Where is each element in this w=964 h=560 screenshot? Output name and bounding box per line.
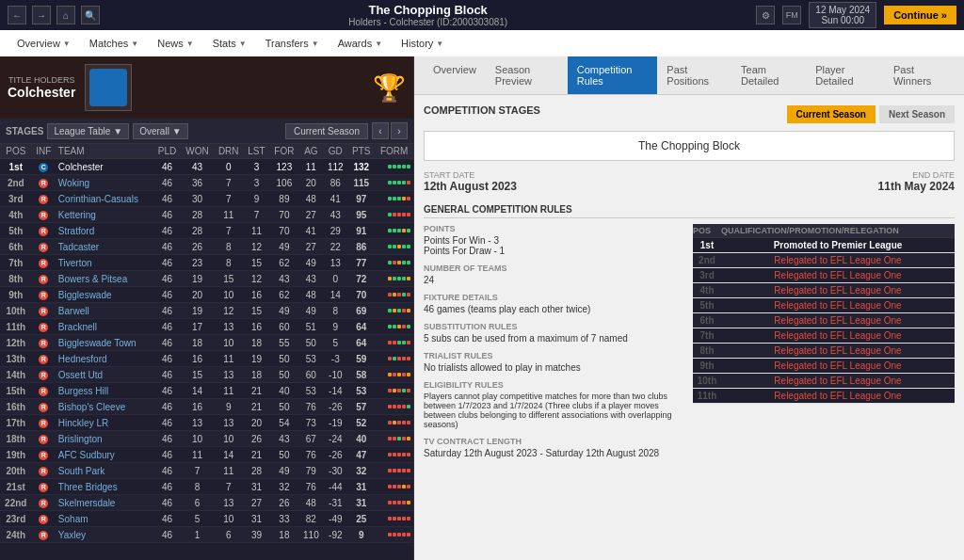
tab-team-detailed[interactable]: Team Detailed	[731, 56, 806, 94]
team-name-text: Colchester	[58, 162, 104, 172]
right-panel: Overview Season Preview Competition Rule…	[414, 56, 964, 560]
table-row[interactable]: 5th R Stratford 46 28 7 11 70 41 29 91	[0, 223, 413, 239]
cell-inf: R	[32, 303, 56, 319]
prev-arrow[interactable]: ‹	[372, 122, 389, 139]
form-dot	[393, 229, 396, 232]
cell-inf: R	[32, 399, 56, 415]
cell-for: 106	[269, 175, 298, 191]
cell-ag: 50	[298, 335, 323, 351]
form-dot	[388, 277, 392, 280]
table-row[interactable]: 2nd R Woking 46 36 7 3 106 20 86 115	[0, 175, 413, 191]
tab-past-positions[interactable]: Past Positions	[657, 56, 731, 94]
cell-gd: 14	[323, 287, 347, 303]
cell-for: 43	[269, 271, 298, 287]
nav-stats[interactable]: Stats ▼	[203, 30, 256, 56]
next-season-btn[interactable]: Next Season	[879, 105, 955, 123]
cell-pos: 4th	[0, 207, 32, 223]
trialist-block: TRIALIST RULES No trialists allowed to p…	[424, 351, 685, 373]
table-row[interactable]: 20th R South Park 46 7 11 28 49 79 -30 3…	[0, 463, 413, 479]
team-name-text: Kettering	[58, 210, 96, 220]
th-won: WON	[181, 144, 214, 159]
cell-for: 26	[269, 495, 298, 511]
qual-pos-cell: 2nd	[693, 253, 721, 268]
qual-text-cell: Relegated to EFL League One	[721, 374, 955, 389]
cell-won: 16	[181, 351, 214, 367]
num-teams-title: NUMBER OF TEAMS	[424, 264, 685, 273]
table-row[interactable]: 19th R AFC Sudbury 46 11 14 21 50 76 -26…	[0, 447, 413, 463]
table-row[interactable]: 14th R Ossett Utd 46 15 13 18 50 60 -10 …	[0, 367, 413, 383]
cell-team: Woking	[56, 175, 153, 191]
date-text: 12 May 2024	[815, 5, 870, 15]
th-drn: DRN	[214, 144, 244, 159]
cell-form	[375, 303, 413, 319]
cell-drn: 13	[214, 495, 244, 511]
team-name-text: Ossett Utd	[58, 370, 103, 380]
cell-drn: 8	[214, 239, 244, 255]
nav-history[interactable]: History ▼	[392, 30, 453, 56]
nav-overview[interactable]: Overview ▼	[8, 30, 80, 56]
table-row[interactable]: 10th R Barwell 46 19 12 15 49 49 8 69	[0, 303, 413, 319]
forward-btn[interactable]: →	[32, 6, 51, 24]
nav-awards[interactable]: Awards ▼	[329, 30, 392, 56]
nav-matches[interactable]: Matches ▼	[80, 30, 149, 56]
cell-ag: 43	[298, 271, 323, 287]
table-row[interactable]: 17th R Hinckley LR 46 13 13 20 54 73 -19…	[0, 415, 413, 431]
stages-label: STAGES	[6, 126, 43, 136]
nav-transfers[interactable]: Transfers ▼	[256, 30, 329, 56]
main-layout: TITLE HOLDERS Colchester 🏆 STAGES League…	[0, 56, 964, 560]
end-date-value: 11th May 2024	[878, 180, 955, 193]
table-row[interactable]: 16th R Bishop's Cleeve 46 16 9 21 50 76 …	[0, 399, 413, 415]
current-season-btn[interactable]: Current Season	[787, 105, 876, 123]
next-arrow[interactable]: ›	[391, 122, 408, 139]
table-row[interactable]: 15th R Burgess Hill 46 14 11 21 40 53 -1…	[0, 383, 413, 399]
table-row[interactable]: 24th R Yaxley 46 1 6 39 18 110 -92 9	[0, 527, 413, 543]
table-row[interactable]: 9th R Biggleswade 46 20 10 16 62 48 14 7…	[0, 287, 413, 303]
cell-team: Bowers & Pitsea	[56, 271, 153, 287]
table-row[interactable]: 3rd R Corinthian-Casuals 46 30 7 9 89 48…	[0, 191, 413, 207]
cell-pts: 59	[347, 351, 375, 367]
cell-pos: 10th	[0, 303, 32, 319]
cell-pos: 13th	[0, 351, 32, 367]
table-row[interactable]: 22nd R Skelmersdale 46 6 13 27 26 48 -31…	[0, 495, 413, 511]
table-row[interactable]: 11th R Bracknell 46 17 13 16 60 51 9 64	[0, 319, 413, 335]
cell-drn: 12	[214, 303, 244, 319]
form-dot	[407, 437, 410, 440]
cell-for: 43	[269, 431, 298, 447]
continue-button[interactable]: Continue »	[884, 6, 956, 24]
back-btn[interactable]: ←	[8, 6, 26, 24]
tab-past-winners[interactable]: Past Winners	[884, 56, 955, 94]
cell-team: Stratford	[56, 223, 153, 239]
table-row[interactable]: 12th R Biggleswade Town 46 18 10 18 55 5…	[0, 335, 413, 351]
cell-drn: 0	[214, 159, 244, 175]
title-holder-label: TITLE HOLDERS	[8, 75, 75, 85]
form-dot	[388, 261, 392, 264]
cell-gd: -92	[323, 527, 347, 543]
cell-pos: 16th	[0, 399, 32, 415]
league-table-dropdown[interactable]: League Table ▼	[47, 123, 129, 139]
tab-player-detailed[interactable]: Player Detailed	[806, 56, 884, 94]
table-row[interactable]: 18th R Brislington 46 10 10 26 43 67 -24…	[0, 431, 413, 447]
table-row[interactable]: 23rd R Soham 46 5 10 31 33 82 -49 25	[0, 511, 413, 527]
qual-row: 7th Relegated to EFL League One	[693, 328, 955, 344]
table-row[interactable]: 6th R Tadcaster 46 26 8 12 49 27 22 86	[0, 239, 413, 255]
table-row[interactable]: 21st R Three Bridges 46 8 7 31 32 76 -44…	[0, 479, 413, 495]
tab-season-preview[interactable]: Season Preview	[486, 56, 568, 94]
table-row[interactable]: 7th R Tiverton 46 23 8 15 62 49 13 77	[0, 255, 413, 271]
cell-form	[375, 383, 413, 399]
th-pld: PLD	[153, 144, 181, 159]
settings-icon[interactable]: ⚙	[756, 6, 775, 24]
search-btn[interactable]: 🔍	[81, 6, 100, 24]
home-btn[interactable]: ⌂	[56, 6, 75, 24]
cell-for: 32	[269, 479, 298, 495]
overall-dropdown[interactable]: Overall ▼	[133, 123, 188, 139]
tab-overview[interactable]: Overview	[424, 56, 486, 94]
table-row[interactable]: 8th R Bowers & Pitsea 46 19 15 12 43 43 …	[0, 271, 413, 287]
tab-competition-rules[interactable]: Competition Rules	[568, 56, 658, 94]
table-row[interactable]: 13th R Hednesford 46 16 11 19 50 53 -3 5…	[0, 351, 413, 367]
table-row[interactable]: 1st C Colchester 46 43 0 3 123 11 112 13…	[0, 159, 413, 175]
nav-news[interactable]: News ▼	[148, 30, 202, 56]
form-dot	[402, 357, 406, 360]
qual-table: POS QUALIFICATION/PROMOTION/RELEGATION 1…	[693, 224, 955, 404]
cell-gd: 29	[323, 223, 347, 239]
table-row[interactable]: 4th R Kettering 46 28 11 7 70 27 43 95	[0, 207, 413, 223]
